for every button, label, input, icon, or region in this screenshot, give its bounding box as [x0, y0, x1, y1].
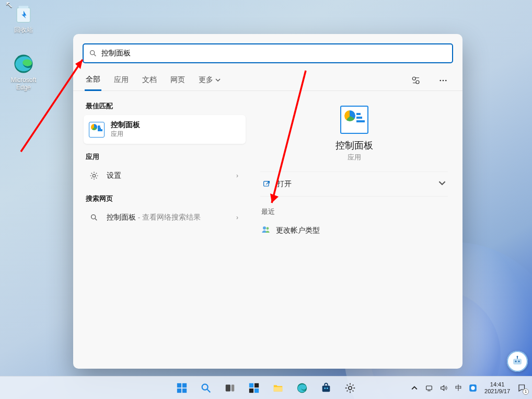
control-panel-icon [340, 106, 368, 134]
svg-point-31 [202, 384, 208, 390]
desktop-icon-label: Microsoft Edge [4, 76, 43, 91]
tab-documents[interactable]: 文档 [141, 71, 158, 90]
system-tray: 中 14:41 2021/9/17 1 [409, 381, 532, 395]
svg-rect-29 [177, 388, 181, 392]
svg-rect-15 [264, 181, 269, 186]
search-tabs: 全部 应用 文档 网页 更多 [73, 69, 462, 91]
section-apps: 应用 [86, 152, 246, 162]
svg-rect-38 [255, 388, 259, 392]
user-accounts-icon [261, 225, 271, 236]
file-explorer-button[interactable] [268, 378, 288, 398]
edge-icon [12, 52, 35, 75]
search-input[interactable] [97, 49, 447, 58]
edge-button[interactable] [292, 378, 313, 398]
svg-point-17 [267, 227, 269, 230]
search-box[interactable] [83, 43, 453, 63]
svg-point-16 [263, 226, 266, 230]
svg-rect-33 [226, 384, 230, 391]
recent-item-label: 更改帐户类型 [276, 226, 320, 235]
result-title: 控制面板 [111, 120, 140, 130]
clock-time: 14:41 [484, 381, 510, 388]
chevron-right-icon: › [236, 172, 241, 179]
recent-item-change-account-type[interactable]: 更改帐户类型 [260, 222, 448, 239]
svg-rect-27 [177, 383, 181, 387]
expand-actions-button[interactable] [438, 179, 446, 189]
svg-point-5 [412, 77, 415, 80]
svg-rect-35 [249, 383, 253, 387]
tab-apps[interactable]: 应用 [113, 71, 130, 90]
svg-point-26 [517, 356, 518, 358]
svg-line-14 [95, 219, 97, 220]
svg-rect-37 [249, 388, 253, 392]
svg-point-48 [471, 386, 475, 390]
tab-more[interactable]: 更多 [198, 71, 222, 90]
assistant-bubble[interactable] [507, 351, 528, 372]
detail-subtitle: 应用 [260, 153, 448, 162]
svg-point-13 [91, 215, 96, 219]
section-web-search: 搜索网页 [86, 194, 246, 203]
tray-app-icon[interactable] [468, 383, 478, 393]
tab-more-label: 更多 [199, 75, 213, 85]
svg-rect-1 [19, 6, 28, 8]
recent-label: 最近 [261, 207, 448, 216]
control-panel-icon [89, 122, 105, 138]
tray-overflow-button[interactable] [409, 383, 420, 393]
svg-line-32 [207, 389, 211, 392]
tab-all[interactable]: 全部 [85, 71, 101, 91]
svg-rect-34 [232, 384, 235, 391]
open-external-icon [262, 180, 271, 188]
svg-point-9 [440, 80, 441, 82]
svg-rect-42 [324, 387, 326, 389]
settings-button[interactable] [340, 378, 361, 398]
result-subtitle: 应用 [111, 130, 140, 139]
svg-point-24 [518, 360, 519, 362]
widgets-button[interactable] [244, 378, 264, 398]
search-icon [89, 49, 97, 58]
detail-column: 控制面板 应用 打开 最近 [246, 91, 462, 369]
section-best-match: 最佳匹配 [86, 101, 246, 111]
svg-rect-45 [426, 386, 432, 390]
result-settings[interactable]: 设置 › [84, 166, 246, 186]
action-open[interactable]: 打开 [260, 172, 448, 197]
svg-point-44 [349, 386, 352, 389]
svg-rect-36 [255, 383, 259, 387]
notifications-button[interactable]: 1 [516, 382, 528, 394]
notification-badge: 1 [523, 389, 529, 395]
result-web-search[interactable]: 控制面板 - 查看网络搜索结果 › [84, 208, 246, 227]
search-icon [88, 213, 100, 222]
desktop-icon-label: 回收站 [4, 26, 43, 33]
result-label: 设置 [107, 171, 121, 180]
svg-point-10 [443, 80, 444, 82]
search-options-button[interactable] [408, 73, 424, 88]
svg-rect-39 [274, 387, 283, 391]
taskbar-clock[interactable]: 14:41 2021/9/17 [482, 381, 512, 395]
start-button[interactable] [171, 378, 192, 398]
svg-point-23 [515, 360, 516, 362]
svg-line-4 [94, 54, 96, 56]
more-options-button[interactable] [435, 73, 451, 88]
taskbar-search-button[interactable] [195, 378, 216, 398]
search-panel: 全部 应用 文档 网页 更多 最佳匹配 控制面板 应用 应用 [73, 34, 462, 369]
desktop-icon-recycle-bin[interactable]: 回收站 [4, 2, 43, 33]
tab-web[interactable]: 网页 [169, 71, 186, 90]
clock-date: 2021/9/17 [484, 388, 510, 395]
chevron-down-icon [215, 77, 221, 83]
taskbar: 中 14:41 2021/9/17 1 [0, 376, 532, 399]
svg-point-12 [92, 174, 95, 177]
desktop-icon-edge[interactable]: Microsoft Edge [4, 52, 43, 91]
result-best-control-panel[interactable]: 控制面板 应用 [84, 115, 246, 144]
results-column: 最佳匹配 控制面板 应用 应用 设置 › 搜索网页 [73, 91, 246, 369]
svg-rect-28 [182, 383, 187, 387]
chevron-right-icon: › [236, 214, 241, 221]
ime-icon[interactable]: 中 [453, 383, 464, 393]
network-icon[interactable] [424, 383, 434, 393]
gear-icon [88, 171, 100, 180]
task-view-button[interactable] [219, 378, 240, 398]
result-label: 控制面板 - 查看网络搜索结果 [107, 213, 201, 222]
recycle-bin-icon [12, 2, 35, 25]
volume-icon[interactable] [438, 383, 449, 393]
store-button[interactable] [316, 378, 337, 398]
detail-title: 控制面板 [260, 139, 448, 152]
svg-rect-41 [322, 385, 330, 392]
action-label: 打开 [277, 179, 292, 189]
